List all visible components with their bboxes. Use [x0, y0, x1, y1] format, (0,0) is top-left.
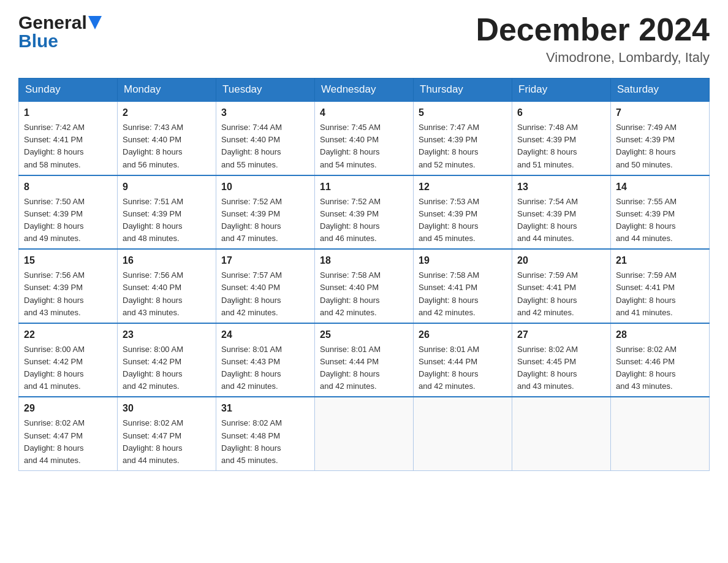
table-row: 23Sunrise: 8:00 AMSunset: 4:42 PMDayligh… — [118, 323, 216, 397]
week-row-5: 29Sunrise: 8:02 AMSunset: 4:47 PMDayligh… — [19, 397, 710, 470]
page: General Blue December 2024 Vimodrone, Lo… — [0, 0, 728, 483]
col-sunday: Sunday — [19, 79, 118, 102]
day-info: Sunrise: 7:53 AMSunset: 4:39 PMDaylight:… — [419, 196, 507, 245]
day-info: Sunrise: 7:44 AMSunset: 4:40 PMDaylight:… — [221, 121, 309, 171]
day-number: 8 — [24, 180, 112, 194]
col-saturday: Saturday — [611, 79, 710, 102]
table-row: 9Sunrise: 7:51 AMSunset: 4:39 PMDaylight… — [118, 175, 216, 250]
day-number: 9 — [123, 180, 211, 194]
table-row: 16Sunrise: 7:56 AMSunset: 4:40 PMDayligh… — [118, 249, 216, 323]
table-row: 20Sunrise: 7:59 AMSunset: 4:41 PMDayligh… — [512, 249, 611, 323]
day-info: Sunrise: 7:45 AMSunset: 4:40 PMDaylight:… — [320, 121, 408, 171]
table-row: 11Sunrise: 7:52 AMSunset: 4:39 PMDayligh… — [315, 175, 414, 250]
table-row: 12Sunrise: 7:53 AMSunset: 4:39 PMDayligh… — [414, 175, 512, 250]
day-number: 1 — [24, 105, 112, 120]
table-row — [611, 397, 710, 470]
table-row: 26Sunrise: 8:01 AMSunset: 4:44 PMDayligh… — [414, 323, 512, 397]
day-number: 29 — [24, 401, 112, 416]
day-info: Sunrise: 7:56 AMSunset: 4:40 PMDaylight:… — [123, 269, 211, 319]
day-number: 25 — [320, 327, 408, 342]
day-number: 14 — [616, 180, 704, 194]
day-number: 18 — [320, 253, 408, 268]
table-row: 15Sunrise: 7:56 AMSunset: 4:39 PMDayligh… — [19, 249, 118, 323]
calendar: Sunday Monday Tuesday Wednesday Thursday… — [18, 78, 710, 471]
week-row-1: 1Sunrise: 7:42 AMSunset: 4:41 PMDaylight… — [19, 101, 710, 175]
col-wednesday: Wednesday — [315, 79, 414, 102]
day-info: Sunrise: 7:58 AMSunset: 4:41 PMDaylight:… — [419, 269, 507, 319]
day-info: Sunrise: 7:57 AMSunset: 4:40 PMDaylight:… — [221, 269, 309, 319]
day-number: 4 — [320, 105, 408, 120]
day-info: Sunrise: 7:51 AMSunset: 4:39 PMDaylight:… — [123, 196, 211, 245]
day-info: Sunrise: 7:48 AMSunset: 4:39 PMDaylight:… — [517, 121, 605, 171]
table-row: 8Sunrise: 7:50 AMSunset: 4:39 PMDaylight… — [19, 175, 118, 250]
logo-general-text: General — [18, 12, 87, 33]
table-row — [315, 397, 414, 470]
day-info: Sunrise: 8:02 AMSunset: 4:46 PMDaylight:… — [616, 343, 704, 393]
day-number: 27 — [517, 327, 605, 342]
table-row: 30Sunrise: 8:02 AMSunset: 4:47 PMDayligh… — [118, 397, 216, 470]
day-info: Sunrise: 8:01 AMSunset: 4:43 PMDaylight:… — [221, 343, 309, 393]
day-number: 2 — [123, 105, 211, 120]
day-info: Sunrise: 8:02 AMSunset: 4:48 PMDaylight:… — [221, 417, 309, 467]
day-number: 23 — [123, 327, 211, 342]
table-row: 31Sunrise: 8:02 AMSunset: 4:48 PMDayligh… — [216, 397, 315, 470]
day-info: Sunrise: 8:02 AMSunset: 4:45 PMDaylight:… — [517, 343, 605, 393]
logo: General Blue — [18, 12, 102, 52]
header: General Blue December 2024 Vimodrone, Lo… — [18, 12, 710, 66]
day-info: Sunrise: 8:00 AMSunset: 4:42 PMDaylight:… — [123, 343, 211, 393]
table-row: 6Sunrise: 7:48 AMSunset: 4:39 PMDaylight… — [512, 101, 611, 175]
week-row-3: 15Sunrise: 7:56 AMSunset: 4:39 PMDayligh… — [19, 249, 710, 323]
table-row: 24Sunrise: 8:01 AMSunset: 4:43 PMDayligh… — [216, 323, 315, 397]
table-row: 7Sunrise: 7:49 AMSunset: 4:39 PMDaylight… — [611, 101, 710, 175]
table-row: 18Sunrise: 7:58 AMSunset: 4:40 PMDayligh… — [315, 249, 414, 323]
day-info: Sunrise: 7:52 AMSunset: 4:39 PMDaylight:… — [320, 196, 408, 245]
day-number: 15 — [24, 253, 112, 268]
table-row: 25Sunrise: 8:01 AMSunset: 4:44 PMDayligh… — [315, 323, 414, 397]
table-row: 19Sunrise: 7:58 AMSunset: 4:41 PMDayligh… — [414, 249, 512, 323]
day-number: 10 — [221, 180, 309, 194]
calendar-header-row: Sunday Monday Tuesday Wednesday Thursday… — [19, 79, 710, 102]
day-number: 28 — [616, 327, 704, 342]
col-tuesday: Tuesday — [216, 79, 315, 102]
day-number: 7 — [616, 105, 704, 120]
day-info: Sunrise: 8:02 AMSunset: 4:47 PMDaylight:… — [123, 417, 211, 467]
day-number: 13 — [517, 180, 605, 194]
day-number: 11 — [320, 180, 408, 194]
day-info: Sunrise: 7:50 AMSunset: 4:39 PMDaylight:… — [24, 196, 112, 245]
day-number: 22 — [24, 327, 112, 342]
table-row: 1Sunrise: 7:42 AMSunset: 4:41 PMDaylight… — [19, 101, 118, 175]
table-row: 14Sunrise: 7:55 AMSunset: 4:39 PMDayligh… — [611, 175, 710, 250]
col-friday: Friday — [512, 79, 611, 102]
table-row: 4Sunrise: 7:45 AMSunset: 4:40 PMDaylight… — [315, 101, 414, 175]
logo-arrow-icon — [88, 16, 102, 29]
table-row — [512, 397, 611, 470]
day-info: Sunrise: 7:59 AMSunset: 4:41 PMDaylight:… — [616, 269, 704, 319]
day-number: 16 — [123, 253, 211, 268]
table-row — [414, 397, 512, 470]
table-row: 22Sunrise: 8:00 AMSunset: 4:42 PMDayligh… — [19, 323, 118, 397]
day-number: 20 — [517, 253, 605, 268]
day-info: Sunrise: 8:01 AMSunset: 4:44 PMDaylight:… — [320, 343, 408, 393]
day-number: 3 — [221, 105, 309, 120]
logo-line1: General — [18, 12, 102, 33]
day-number: 6 — [517, 105, 605, 120]
table-row: 2Sunrise: 7:43 AMSunset: 4:40 PMDaylight… — [118, 101, 216, 175]
day-info: Sunrise: 8:02 AMSunset: 4:47 PMDaylight:… — [24, 417, 112, 467]
day-number: 5 — [419, 105, 507, 120]
week-row-2: 8Sunrise: 7:50 AMSunset: 4:39 PMDaylight… — [19, 175, 710, 250]
day-info: Sunrise: 7:55 AMSunset: 4:39 PMDaylight:… — [616, 196, 704, 245]
table-row: 10Sunrise: 7:52 AMSunset: 4:39 PMDayligh… — [216, 175, 315, 250]
day-info: Sunrise: 7:52 AMSunset: 4:39 PMDaylight:… — [221, 196, 309, 245]
table-row: 17Sunrise: 7:57 AMSunset: 4:40 PMDayligh… — [216, 249, 315, 323]
day-number: 24 — [221, 327, 309, 342]
table-row: 28Sunrise: 8:02 AMSunset: 4:46 PMDayligh… — [611, 323, 710, 397]
col-thursday: Thursday — [414, 79, 512, 102]
table-row: 21Sunrise: 7:59 AMSunset: 4:41 PMDayligh… — [611, 249, 710, 323]
location: Vimodrone, Lombardy, Italy — [476, 50, 710, 66]
day-number: 17 — [221, 253, 309, 268]
day-info: Sunrise: 8:01 AMSunset: 4:44 PMDaylight:… — [419, 343, 507, 393]
week-row-4: 22Sunrise: 8:00 AMSunset: 4:42 PMDayligh… — [19, 323, 710, 397]
day-info: Sunrise: 7:58 AMSunset: 4:40 PMDaylight:… — [320, 269, 408, 319]
day-number: 21 — [616, 253, 704, 268]
svg-marker-0 — [88, 16, 102, 29]
